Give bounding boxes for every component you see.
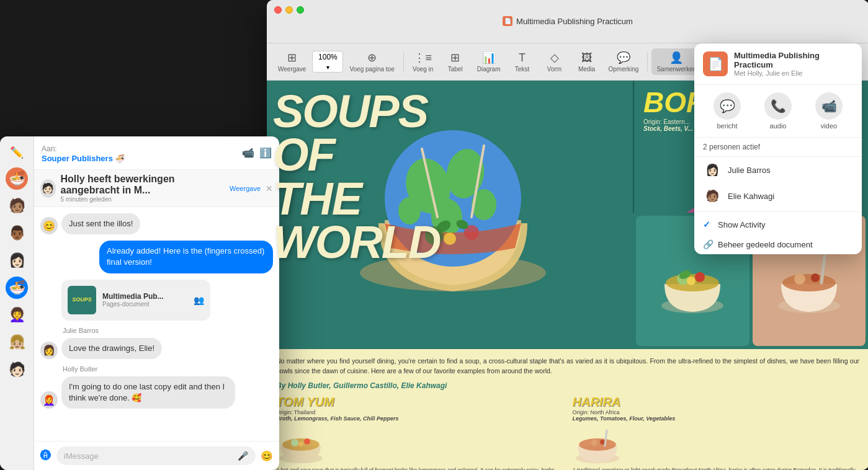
show-activity-item[interactable]: ✓ Show Activity: [694, 215, 862, 234]
svg-point-39: [794, 273, 805, 285]
app-store-icon[interactable]: 🅐: [40, 450, 51, 463]
collab-icon: 👤: [669, 51, 683, 64]
sidebar-contact-5[interactable]: 👩‍🦱: [6, 304, 28, 326]
toolbar-chart[interactable]: 📊 Diagram: [472, 48, 506, 75]
message-input[interactable]: iMessage 🎤: [56, 446, 256, 465]
harira-title: HARIRA: [573, 395, 860, 409]
sidebar-contact-0[interactable]: 🍜: [6, 167, 28, 190]
svg-point-18: [298, 441, 303, 446]
compose-button[interactable]: ✏️: [7, 143, 27, 162]
chart-icon: 📊: [482, 51, 496, 64]
collab-actions: 💬 bericht 📞 audio 📹 video: [694, 85, 862, 138]
harira-bowl: [573, 424, 622, 464]
shared-doc-thumbnail: SOUPS: [68, 286, 96, 314]
audio-icon: 📞: [764, 92, 792, 120]
collab-doc-icon: 📄: [703, 51, 728, 76]
svg-point-40: [811, 273, 820, 282]
collab-popup: 📄 Multimedia Publishing Practicum Met Ho…: [694, 43, 862, 254]
collab-doc-name: Multimedia Publishing Practicum: [734, 51, 853, 69]
svg-point-9: [444, 233, 456, 245]
toolbar-text[interactable]: T Tekst: [507, 49, 538, 75]
harira-origin: Origin: North Africa: [573, 409, 860, 415]
tom-yum-title: TOM YUM: [276, 395, 563, 409]
harira-card: HARIRA Origin: North Africa Legumes, Tom…: [573, 395, 860, 471]
messages-sidebar: ✏️ 🍜 🧑🏽 👨🏾 👩🏻 🍜 👩‍🦱 👧🏼 🧑🏻: [0, 136, 34, 470]
tom-yum-origin: Origin: Thailand: [276, 409, 563, 415]
table-icon: ⊞: [450, 51, 460, 64]
collab-avatar-julie: 👩🏻: [703, 161, 722, 179]
svg-point-20: [579, 438, 616, 451]
collab-person-1: 👩🏻 Julie Barros: [694, 157, 862, 183]
sidebar-contact-7[interactable]: 🧑🏻: [6, 358, 28, 381]
svg-point-22: [600, 440, 605, 445]
message-row-1: 😊 Just sent the illos!: [40, 213, 273, 234]
video-call-button[interactable]: 📹: [242, 147, 254, 159]
recipient-name: Souper Publishers 🍜: [42, 154, 125, 163]
bottom-strip: No matter where you find yourself dining…: [267, 349, 868, 470]
tom-yum-body: A hot-and-sour soup that is typically fu…: [276, 467, 563, 471]
emoji-button[interactable]: 😊: [261, 450, 273, 462]
sidebar-contact-4[interactable]: 🍜: [6, 277, 28, 299]
svg-point-38: [782, 274, 836, 291]
view-icon: ⊞: [287, 51, 297, 64]
traffic-lights: [267, 0, 868, 16]
sidebar-contact-1[interactable]: 🧑🏽: [6, 195, 28, 217]
to-label: Aan:: [42, 144, 57, 153]
notif-close-button[interactable]: ✕: [266, 184, 273, 193]
soup-cards: TOM YUM Origin: Thailand Broth, Lemongra…: [276, 395, 859, 471]
info-button[interactable]: ℹ️: [259, 147, 272, 159]
toolbar-view[interactable]: ⊞ Weergave: [273, 48, 311, 75]
text-icon: T: [519, 51, 526, 64]
messages-header-actions: 📹 ℹ️: [242, 147, 272, 159]
message-group-2: Already added! Here is the (fingers cros…: [40, 241, 273, 273]
collab-video-button[interactable]: 📹 video: [815, 92, 843, 130]
svg-point-17: [304, 438, 310, 445]
fullscreen-button[interactable]: [297, 6, 304, 14]
toolbar-shape[interactable]: ◇ Vorm: [539, 48, 570, 75]
window-title: Multimedia Publishing Practicum: [516, 17, 633, 26]
message-label: bericht: [717, 122, 737, 130]
message-row-3: 👩 Love the drawings, Elie!: [40, 338, 273, 359]
toolbar-table[interactable]: ⊞ Tabel: [440, 48, 471, 75]
sidebar-contact-2[interactable]: 👨🏾: [6, 222, 28, 244]
magazine-title: SOUPS OF THE WORLD: [273, 90, 441, 264]
notif-message: Holly heeft bewerkingen aangebracht in M…: [61, 174, 230, 196]
toolbar-zoom[interactable]: 100% ▾: [312, 51, 343, 73]
toolbar-insert[interactable]: ⋮≡ Voeg in: [408, 48, 439, 75]
harira-body: A traditional appetizer or light snack m…: [573, 467, 860, 471]
messages-window: ✏️ 🍜 🧑🏽 👨🏾 👩🏻 🍜 👩‍🦱 👧🏼 🧑🏻 Aan: Souper Pu…: [0, 136, 279, 470]
show-activity-label: Show Activity: [718, 220, 766, 229]
toolbar-separator-2: [647, 53, 648, 71]
toolbar-add-page[interactable]: ⊕ Voeg pagina toe: [344, 48, 399, 75]
tom-yum-bowl: [276, 424, 326, 464]
video-icon: 📹: [815, 92, 843, 120]
msg-avatar-holly: 👩‍🦰: [40, 391, 58, 409]
manage-document-item[interactable]: 🔗 Beheer gedeeld document: [694, 234, 862, 254]
collab-divider: [694, 211, 862, 212]
pages-app-icon: 📄: [503, 16, 512, 26]
sidebar-contact-3[interactable]: 👩🏻: [6, 249, 28, 272]
collab-message-button[interactable]: 💬 bericht: [714, 92, 741, 130]
msg-bubble-1: Just sent the illos!: [61, 213, 140, 234]
toolbar-comment[interactable]: 💬 Opmerking: [604, 48, 644, 75]
video-label: video: [821, 122, 837, 130]
window-title-row: 📄 Multimedia Publishing Practicum: [267, 16, 868, 29]
msg-bubble-4: I'm going to do one last copy edit and t…: [61, 376, 235, 409]
insert-icon: ⋮≡: [414, 51, 432, 64]
msg-bubble-2: Already added! Here is the (fingers cros…: [99, 241, 273, 273]
collab-doc-info: Multimedia Publishing Practicum Met Holl…: [734, 51, 853, 77]
manage-icon: 🔗: [703, 239, 713, 249]
close-button[interactable]: [274, 6, 282, 14]
minimize-button[interactable]: [285, 6, 293, 14]
voice-icon: 🎤: [238, 451, 248, 461]
message-row-4: 👩‍🦰 I'm going to do one last copy edit a…: [40, 376, 273, 409]
collab-person-2: 🧑🏽 Elie Kahwagi: [694, 183, 862, 209]
add-page-icon: ⊕: [367, 51, 377, 64]
notif-action[interactable]: Weergave: [230, 185, 261, 192]
collab-avatar-elie: 🧑🏽: [703, 187, 722, 205]
toolbar-media[interactable]: 🖼 Media: [571, 49, 602, 75]
collab-audio-button[interactable]: 📞 audio: [764, 92, 792, 130]
notif-avatar: 🧑🏻: [40, 179, 56, 198]
sidebar-contact-6[interactable]: 👧🏼: [6, 331, 28, 353]
shared-doc-card[interactable]: SOUPS Multimedia Pub... Pages-document 👥: [61, 280, 210, 321]
